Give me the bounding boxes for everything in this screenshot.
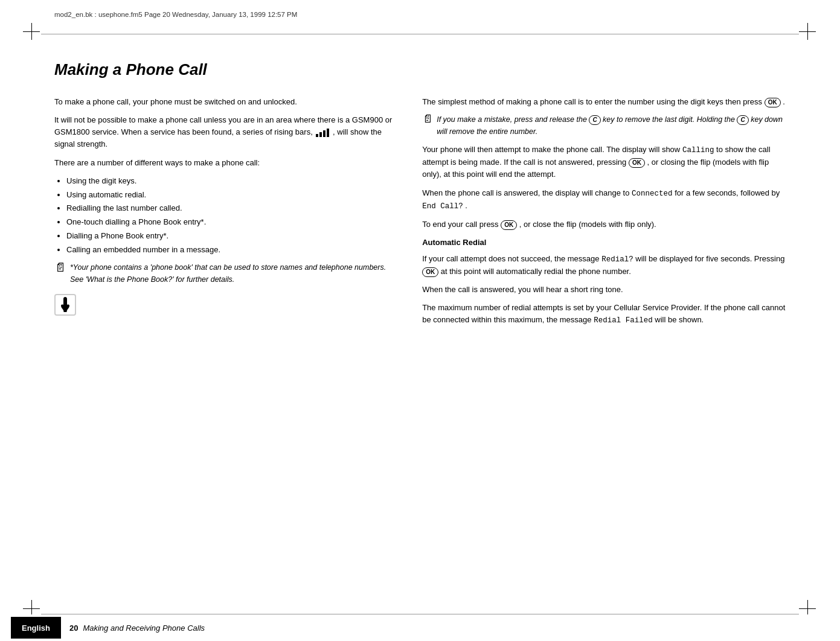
right-para-1: The simplest method of making a phone ca… [422,96,786,108]
footer-bar: English 20 Making and Receiving Phone Ca… [0,614,840,641]
corner-mark-tl [23,23,41,41]
note-icon-2: 📄︎ [422,113,433,126]
note-text: *Your phone contains a 'phone book' that… [70,262,398,285]
bullet-list: Using the digit keys. Using automatic re… [66,175,398,257]
right-para-5: If your call attempt does not succeed, t… [422,253,786,278]
page-title: Making a Phone Call [54,60,786,79]
note-block-phonebook: 📄︎ *Your phone contains a 'phone book' t… [54,262,398,285]
left-para-1: To make a phone call, your phone must be… [54,96,398,108]
right-para-7: The maximum number of redial attempts is… [422,302,786,327]
c-button-graphic-1: C [589,115,600,125]
list-item: Calling an embedded number in a message. [66,244,398,257]
list-item: Redialling the last number called. [66,202,398,215]
language-tab: English [11,617,61,639]
corner-mark-tr [799,23,817,41]
page-number: 20 [69,623,78,633]
header-text: mod2_en.bk : usephone.fm5 Page 20 Wednes… [54,11,297,18]
right-column: The simplest method of making a phone ca… [422,96,786,333]
ok-button-graphic-4: OK [422,267,438,277]
ok-button-graphic-2: OK [629,158,645,168]
note-icon: 📄︎ [54,261,66,275]
header-rule [41,34,799,34]
right-para-4: To end your call press OK , or close the… [422,218,786,231]
list-item: One-touch dialling a Phone Book entry*. [66,216,398,229]
note-block-mistake: 📄︎ If you make a mistake, press and rele… [422,114,786,138]
end-call-text: End Call? [422,202,463,211]
redial-text: Redial? [601,255,633,264]
list-item: Using automatic redial. [66,189,398,202]
left-para-3: There are a number of different ways to … [54,157,398,169]
ok-button-graphic-1: OK [765,98,781,107]
left-para-2: It will not be possible to make a phone … [54,114,398,150]
two-column-layout: To make a phone call, your phone must be… [54,96,786,333]
right-para-6: When the call is answered, you will hear… [422,284,786,296]
page-container: mod2_en.bk : usephone.fm5 Page 20 Wednes… [0,0,840,641]
tip-icon-block [54,294,398,316]
header-bar: mod2_en.bk : usephone.fm5 Page 20 Wednes… [54,11,786,18]
list-item: Using the digit keys. [66,175,398,188]
section-heading-automatic-redial: Automatic Redial [422,237,786,249]
note-text-2: If you make a mistake, press and release… [437,114,786,138]
c-button-graphic-2: C [737,115,748,125]
right-para-3: When the phone call is answered, the dis… [422,187,786,213]
main-content: Making a Phone Call To make a phone call… [54,42,786,587]
connected-text: Connected [632,190,673,198]
list-item: Dialling a Phone Book entry*. [66,230,398,243]
redial-failed-text: Redial Failed [594,316,653,325]
right-para-2: Your phone will then attempt to make the… [422,144,786,181]
left-column: To make a phone call, your phone must be… [54,96,398,333]
page-section-text: Making and Receiving Phone Calls [83,623,205,633]
signal-bars-icon [316,129,329,137]
hand-icon [54,294,76,316]
calling-text: Calling [682,146,714,155]
ok-button-graphic-3: OK [501,220,517,230]
